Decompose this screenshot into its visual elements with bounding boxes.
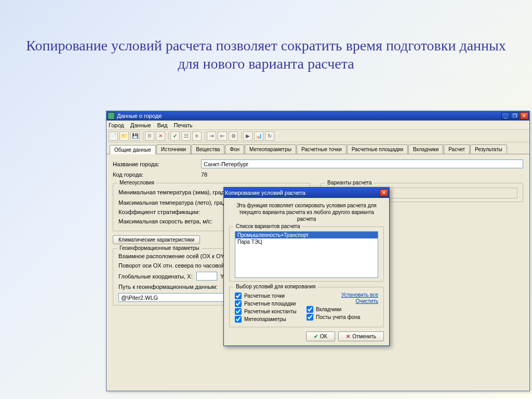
min-temp-label: Минимальная температура (зима), град.: bbox=[118, 189, 238, 195]
toolbar-link-icon[interactable]: ⚙ bbox=[229, 131, 238, 141]
tab-sources[interactable]: Источники bbox=[156, 144, 191, 154]
check-label: Расчетные точки bbox=[244, 293, 285, 299]
tab-meteo[interactable]: Метеопараметры bbox=[245, 144, 296, 154]
tab-results[interactable]: Результаты bbox=[470, 144, 507, 154]
slide-title: Копирование условий расчета позволяет со… bbox=[0, 0, 532, 78]
climate-button[interactable]: Климатические характеристики bbox=[113, 235, 200, 244]
meteo-legend: Метеоусловия bbox=[117, 180, 156, 185]
dialog-title: Копирование условий расчета bbox=[225, 190, 305, 196]
toolbar: 📄 📁 💾 ⎘ ✕ ✔ ☷ ≡ ⇥ ⇤ ⚙ ▶ 📊 ↻ bbox=[107, 130, 529, 142]
tab-substances[interactable]: Вещества bbox=[191, 144, 224, 154]
set-all-link[interactable]: Установить все bbox=[341, 292, 378, 298]
toolbar-copy-icon[interactable]: ⎘ bbox=[145, 131, 154, 141]
menu-city[interactable]: Город bbox=[109, 122, 124, 128]
strat-label: Коэффициент стратификации: bbox=[118, 209, 238, 215]
toolbar-tree-icon[interactable]: ☷ bbox=[181, 131, 191, 141]
coords-x-label: Глобальные координаты, X: bbox=[118, 273, 196, 280]
tab-general[interactable]: Общие данные bbox=[110, 145, 156, 154]
coords-x-input[interactable] bbox=[196, 272, 217, 281]
tab-background[interactable]: Фон bbox=[225, 144, 244, 154]
check-calc-points[interactable]: Расчетные точки bbox=[235, 292, 307, 299]
toolbar-refresh-icon[interactable]: ↻ bbox=[265, 131, 274, 141]
toolbar-save-icon[interactable]: 💾 bbox=[130, 131, 140, 141]
geo-legend: Геоинформационные параметры bbox=[117, 245, 202, 251]
conditions-legend: Выбор условий для копирования bbox=[234, 284, 317, 289]
check-label: Посты учета фона bbox=[316, 314, 360, 320]
wind-label: Максимальная скорость ветра, м/с: bbox=[118, 218, 238, 224]
cancel-button[interactable]: ✕Отменить bbox=[338, 331, 384, 341]
variants-legend: Варианты расчета bbox=[325, 180, 374, 185]
check-calc-areas[interactable]: Расчетные площадки bbox=[235, 300, 307, 307]
tab-calculation[interactable]: Расчет bbox=[444, 144, 470, 154]
tab-calc-areas[interactable]: Расчетные площадки bbox=[347, 144, 408, 154]
city-code-label: Код города: bbox=[113, 171, 201, 178]
list-item[interactable]: Пара ТЭЦ bbox=[235, 238, 378, 245]
close-button[interactable]: ✕ bbox=[520, 112, 528, 119]
toolbar-run-icon[interactable]: ▶ bbox=[243, 131, 252, 141]
toolbar-folder-icon[interactable]: 📁 bbox=[119, 131, 129, 141]
toolbar-check-icon[interactable]: ✔ bbox=[170, 131, 180, 141]
ok-label: OK bbox=[320, 334, 327, 339]
cancel-label: Отменить bbox=[352, 334, 376, 339]
dialog-close-button[interactable]: ✕ bbox=[380, 189, 388, 196]
check-calc-consts[interactable]: Расчетные константы bbox=[235, 308, 307, 315]
check-label: Расчетные константы bbox=[244, 309, 297, 314]
tab-calc-points[interactable]: Расчетные точки bbox=[297, 144, 347, 154]
toolbar-import-icon[interactable]: ⇥ bbox=[207, 131, 216, 141]
toolbar-list-icon[interactable]: ≡ bbox=[192, 131, 202, 141]
menu-view[interactable]: Вид bbox=[157, 122, 168, 128]
cross-icon: ✕ bbox=[346, 334, 350, 339]
toolbar-new-icon[interactable]: 📄 bbox=[109, 131, 118, 141]
variant-listbox[interactable]: Промышленность+Транспорт Пара ТЭЦ bbox=[235, 231, 378, 278]
variant-list-legend: Список вариантов расчета bbox=[234, 223, 302, 229]
window-title: Данные о городе bbox=[117, 113, 162, 119]
toolbar-delete-icon[interactable]: ✕ bbox=[156, 131, 165, 141]
check-label: Метеопараметры bbox=[244, 316, 286, 322]
tab-row: Общие данные Источники Вещества Фон Мете… bbox=[107, 142, 529, 154]
city-name-input[interactable] bbox=[201, 159, 523, 168]
city-name-label: Название города: bbox=[113, 161, 201, 167]
variant-list-fieldset: Список вариантов расчета Промышленность+… bbox=[229, 227, 384, 282]
minimize-button[interactable]: _ bbox=[501, 112, 510, 119]
check-label: Расчетные площадки bbox=[244, 301, 296, 307]
city-code-value: 78 bbox=[201, 171, 207, 178]
check-label: Вкладчики bbox=[316, 307, 341, 312]
conditions-fieldset: Выбор условий для копирования Расчетные … bbox=[229, 287, 384, 327]
toolbar-export-icon[interactable]: ⇤ bbox=[218, 131, 227, 141]
toolbar-report-icon[interactable]: 📊 bbox=[254, 131, 263, 141]
check-meteo[interactable]: Метеопараметры bbox=[235, 316, 307, 323]
check-bg-posts[interactable]: Посты учета фона bbox=[307, 314, 378, 321]
menu-print[interactable]: Печать bbox=[174, 122, 192, 128]
dialog-titlebar: Копирование условий расчета ✕ bbox=[224, 188, 389, 198]
ok-button[interactable]: ✔OK bbox=[306, 331, 335, 341]
menu-data[interactable]: Данные bbox=[130, 122, 151, 128]
tab-contributors[interactable]: Вкладчики bbox=[408, 144, 443, 154]
clear-link[interactable]: Очистить bbox=[355, 298, 378, 304]
list-item[interactable]: Промышленность+Транспорт bbox=[235, 232, 378, 238]
restore-button[interactable]: ❐ bbox=[511, 112, 519, 119]
check-icon: ✔ bbox=[314, 334, 318, 339]
menubar: Город Данные Вид Печать bbox=[107, 121, 529, 130]
copy-dialog: Копирование условий расчета ✕ Эта функци… bbox=[223, 187, 390, 346]
window-titlebar: Данные о городе _ ❐ ✕ bbox=[107, 111, 529, 121]
app-icon bbox=[108, 112, 115, 119]
max-temp-label: Максимальная температура (лето), град.: bbox=[118, 200, 238, 206]
dialog-description: Эта функция позволяет скопировать услови… bbox=[229, 202, 384, 222]
check-contributors[interactable]: Вкладчики bbox=[307, 306, 378, 313]
